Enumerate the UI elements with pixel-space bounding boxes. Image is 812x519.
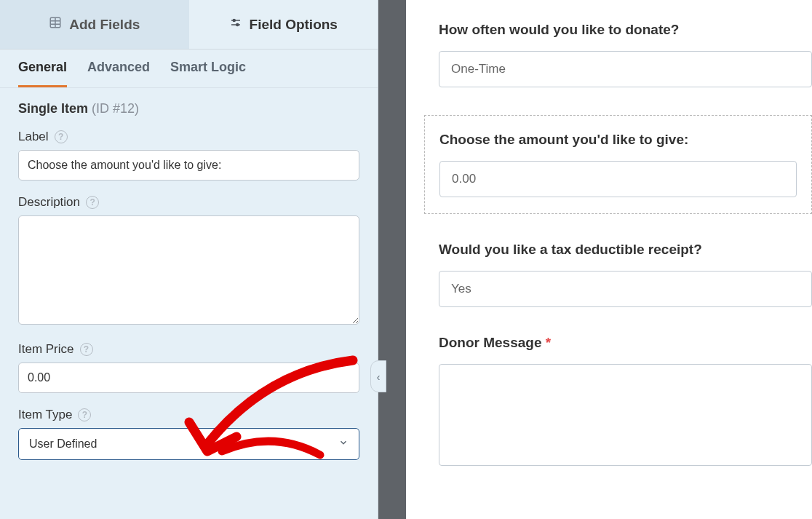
field-type-name: Single Item bbox=[18, 101, 88, 116]
item-type-group: Item Type ? User Defined bbox=[18, 408, 359, 460]
chevron-down-icon bbox=[338, 437, 349, 451]
form-preview: How often would you like to donate? One-… bbox=[406, 0, 812, 519]
item-price-input[interactable] bbox=[18, 362, 359, 393]
item-price-group: Item Price ? bbox=[18, 342, 359, 393]
sub-tabs: General Advanced Smart Logic bbox=[0, 49, 378, 88]
preview-tax-receipt-label: Would you like a tax deductible receipt? bbox=[439, 242, 812, 258]
sub-tab-advanced[interactable]: Advanced bbox=[87, 60, 150, 87]
item-type-select[interactable]: User Defined bbox=[18, 428, 359, 460]
preview-frequency-label: How often would you like to donate? bbox=[439, 22, 812, 38]
preview-frequency-field[interactable]: How often would you like to donate? One-… bbox=[439, 22, 812, 87]
description-textarea[interactable] bbox=[18, 215, 359, 325]
description-label-text: Description bbox=[18, 195, 80, 210]
sliders-icon bbox=[229, 16, 242, 33]
help-icon[interactable]: ? bbox=[55, 130, 68, 143]
item-price-label-text: Item Price bbox=[18, 342, 74, 357]
item-type-value: User Defined bbox=[29, 437, 97, 451]
label-text: Label bbox=[18, 130, 49, 144]
svg-point-7 bbox=[236, 24, 238, 26]
label-field-label: Label ? bbox=[18, 130, 359, 144]
collapse-sidebar-button[interactable]: ‹ bbox=[370, 360, 386, 392]
grid-icon bbox=[49, 16, 62, 33]
donor-message-label-text: Donor Message bbox=[439, 335, 541, 350]
preview-frequency-input[interactable]: One-Time bbox=[439, 51, 812, 87]
help-icon[interactable]: ? bbox=[80, 343, 93, 356]
description-field-label: Description ? bbox=[18, 195, 359, 210]
preview-donor-message-label: Donor Message * bbox=[439, 335, 812, 351]
tab-field-options[interactable]: Field Options bbox=[189, 0, 378, 49]
chevron-left-icon: ‹ bbox=[377, 371, 381, 383]
help-icon[interactable]: ? bbox=[78, 408, 91, 421]
preview-donor-message-field[interactable]: Donor Message * bbox=[439, 335, 812, 466]
help-icon[interactable]: ? bbox=[86, 196, 99, 209]
item-type-label: Item Type ? bbox=[18, 408, 359, 422]
preview-donor-message-input[interactable] bbox=[439, 364, 812, 466]
panel-divider: ‹ bbox=[378, 0, 406, 519]
field-heading: Single Item (ID #12) bbox=[18, 101, 359, 116]
top-tabs: Add Fields Field Options bbox=[0, 0, 378, 49]
sub-tab-general[interactable]: General bbox=[18, 60, 67, 87]
item-type-label-text: Item Type bbox=[18, 408, 72, 422]
preview-amount-field-selected[interactable]: Choose the amount you'd like to give: 0.… bbox=[424, 115, 812, 214]
preview-tax-receipt-input[interactable]: Yes bbox=[439, 271, 812, 307]
label-input[interactable] bbox=[18, 150, 359, 181]
preview-tax-receipt-field[interactable]: Would you like a tax deductible receipt?… bbox=[439, 242, 812, 307]
panel-body: Single Item (ID #12) Label ? Description… bbox=[0, 88, 378, 488]
required-asterisk: * bbox=[546, 335, 551, 350]
tab-add-fields-label: Add Fields bbox=[69, 17, 140, 33]
preview-amount-input[interactable]: 0.00 bbox=[439, 161, 797, 197]
sub-tab-smart-logic[interactable]: Smart Logic bbox=[170, 60, 246, 87]
description-group: Description ? bbox=[18, 195, 359, 328]
tab-add-fields[interactable]: Add Fields bbox=[0, 0, 189, 49]
item-price-label: Item Price ? bbox=[18, 342, 359, 357]
svg-point-5 bbox=[233, 20, 235, 22]
tab-field-options-label: Field Options bbox=[250, 17, 338, 33]
sidebar-panel: Add Fields Field Options General Advance… bbox=[0, 0, 378, 519]
label-group: Label ? bbox=[18, 130, 359, 181]
preview-amount-label: Choose the amount you'd like to give: bbox=[439, 132, 797, 148]
field-id: (ID #12) bbox=[92, 101, 139, 116]
